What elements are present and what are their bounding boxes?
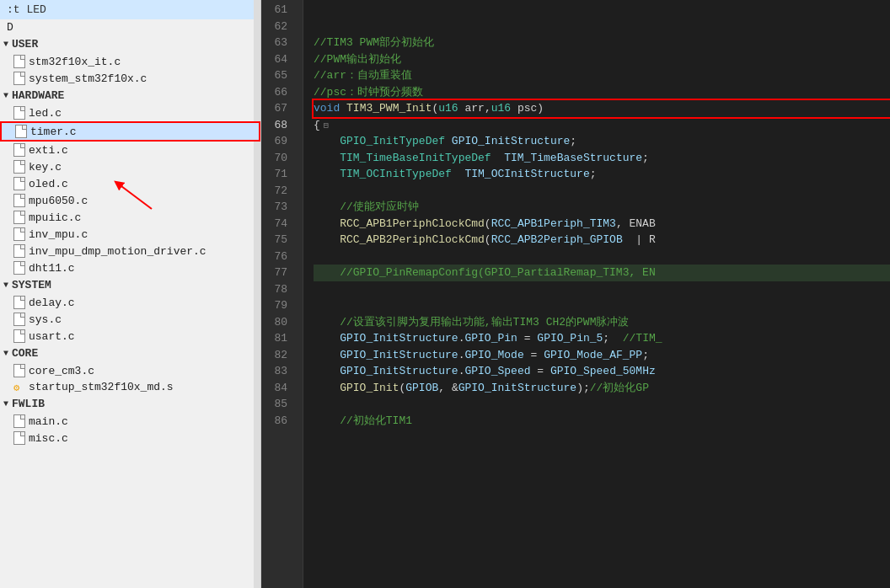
tree-label-d: D <box>7 21 13 34</box>
file-main[interactable]: main.c <box>0 413 260 430</box>
ln-74: 74 <box>261 216 294 233</box>
ln-75: 75 <box>261 232 294 249</box>
file-stm32f10x_it[interactable]: stm32f10x_it.c <box>0 53 260 70</box>
file-icon-timer <box>15 125 27 138</box>
file-icon-dht11 <box>13 261 25 275</box>
file-label-inv_mpu_dmp: inv_mpu_dmp_motion_driver.c <box>29 245 206 258</box>
code-line-72 <box>314 183 890 200</box>
line-numbers: 61 62 63 64 65 66 67 68 69 70 71 72 73 7… <box>261 0 303 588</box>
code-line-85 <box>314 396 890 413</box>
ln-68: 68 <box>261 117 294 134</box>
ln-67: 67 <box>261 100 294 117</box>
ln-84: 84 <box>261 380 294 397</box>
ln-71: 71 <box>261 166 294 183</box>
section-label-system: SYSTEM <box>12 279 51 291</box>
file-oled[interactable]: oled.c <box>0 175 260 192</box>
ln-79: 79 <box>261 297 294 314</box>
code-line-80: //设置该引脚为复用输出功能,输出TIM3 CH2的PWM脉冲波 <box>314 314 890 331</box>
file-icon-sys <box>13 313 25 326</box>
file-icon-oled <box>13 177 25 190</box>
file-label-exti: exti.c <box>29 144 68 157</box>
file-misc[interactable]: misc.c <box>0 430 260 446</box>
file-label-mpu6050: mpu6050.c <box>29 195 88 207</box>
code-line-66: //psc：时钟预分频数 <box>314 84 890 101</box>
tree-scrollbar[interactable] <box>254 0 260 588</box>
file-exti[interactable]: exti.c <box>0 142 260 158</box>
section-label-core: CORE <box>12 347 38 360</box>
arrow-system: ▼ <box>3 281 8 290</box>
ln-65: 65 <box>261 67 294 84</box>
file-core_cm3[interactable]: core_cm3.c <box>0 362 260 379</box>
file-timer[interactable]: timer.c <box>0 121 260 142</box>
ln-81: 81 <box>261 330 294 347</box>
file-label-inv_mpu: inv_mpu.c <box>29 228 88 241</box>
file-icon-delay <box>13 296 25 309</box>
ln-77: 77 <box>261 265 294 281</box>
ln-69: 69 <box>261 133 294 150</box>
code-line-82: GPIO_InitStructure.GPIO_Mode = GPIO_Mode… <box>314 347 890 364</box>
file-label-dht11: dht11.c <box>29 262 75 275</box>
section-system[interactable]: ▼ SYSTEM <box>0 276 260 294</box>
file-delay[interactable]: delay.c <box>0 294 260 311</box>
file-startup[interactable]: ⚙ startup_stm32f10x_md.s <box>0 379 260 395</box>
file-usart[interactable]: usart.c <box>0 328 260 345</box>
file-icon-misc <box>13 431 25 445</box>
file-mpu6050[interactable]: mpu6050.c <box>0 192 260 209</box>
code-line-68: {⊟ <box>314 117 890 134</box>
file-system_stm32f10x[interactable]: system_stm32f10x.c <box>0 70 260 87</box>
section-label-hardware: HARDWARE <box>12 89 64 102</box>
section-user[interactable]: ▼ USER <box>0 35 260 53</box>
section-hardware[interactable]: ▼ HARDWARE <box>0 87 260 104</box>
code-line-84: GPIO_Init(GPIOB, &GPIO_InitStructure);//… <box>314 380 890 397</box>
ln-72: 72 <box>261 183 294 200</box>
arrow-user: ▼ <box>3 40 8 49</box>
file-icon-key <box>13 160 25 174</box>
ln-82: 82 <box>261 347 294 364</box>
code-line-71: TIM_OCInitTypeDef TIM_OCInitStructure; <box>314 166 890 183</box>
file-icon-usart <box>13 329 25 343</box>
ln-66: 66 <box>261 84 294 101</box>
file-mpuiic[interactable]: mpuiic.c <box>0 209 260 226</box>
tree-item-d[interactable]: D <box>0 19 260 35</box>
ln-70: 70 <box>261 150 294 167</box>
ln-62: 62 <box>261 19 294 35</box>
file-icon-led <box>13 106 25 120</box>
file-dht11[interactable]: dht11.c <box>0 259 260 276</box>
section-core[interactable]: ▼ CORE <box>0 345 260 362</box>
code-line-75: RCC_APB2PeriphClockCmd(RCC_APB2Periph_GP… <box>314 232 890 249</box>
file-icon-main <box>13 414 25 428</box>
tree-header: :t LED <box>0 0 260 19</box>
file-label-led: led.c <box>29 107 62 120</box>
file-icon-mpuiic <box>13 211 25 224</box>
gear-icon-startup: ⚙ <box>13 382 25 393</box>
code-content: 61 62 63 64 65 66 67 68 69 70 71 72 73 7… <box>261 0 890 588</box>
file-label-core_cm3: core_cm3.c <box>29 365 94 377</box>
arrow-hardware: ▼ <box>3 91 8 100</box>
file-sys[interactable]: sys.c <box>0 311 260 328</box>
ln-61: 61 <box>261 2 294 19</box>
section-label-user: USER <box>12 38 38 51</box>
code-lines[interactable]: //TIM3 PWM部分初始化 //PWM输出初始化 //arr：自动重装值 /… <box>303 0 890 588</box>
code-line-65: //arr：自动重装值 <box>314 67 890 84</box>
file-icon-stm32f10x_it <box>13 55 25 68</box>
code-line-67: void TIM3_PWM_Init(u16 arr,u16 psc) <box>314 100 890 117</box>
file-icon-inv_mpu_dmp <box>13 244 25 258</box>
code-line-76 <box>314 249 890 265</box>
file-inv_mpu_dmp[interactable]: inv_mpu_dmp_motion_driver.c <box>0 243 260 259</box>
fold-icon-68[interactable]: ⊟ <box>324 121 329 131</box>
file-icon-inv_mpu <box>13 227 25 241</box>
file-inv_mpu[interactable]: inv_mpu.c <box>0 226 260 243</box>
ln-63: 63 <box>261 35 294 51</box>
code-line-78 <box>314 281 890 298</box>
ln-76: 76 <box>261 249 294 265</box>
code-line-70: TIM_TimeBaseInitTypeDef TIM_TimeBaseStru… <box>314 150 890 167</box>
file-label-system_stm32f10x: system_stm32f10x.c <box>29 72 147 85</box>
file-label-delay: delay.c <box>29 297 75 309</box>
file-key[interactable]: key.c <box>0 158 260 175</box>
ln-83: 83 <box>261 363 294 380</box>
code-line-73: //使能对应时钟 <box>314 199 890 216</box>
arrow-fwlib: ▼ <box>3 399 8 409</box>
code-line-86: //初始化TIM1 <box>314 413 890 430</box>
file-led[interactable]: led.c <box>0 104 260 121</box>
section-fwlib[interactable]: ▼ FWLIB <box>0 395 260 413</box>
